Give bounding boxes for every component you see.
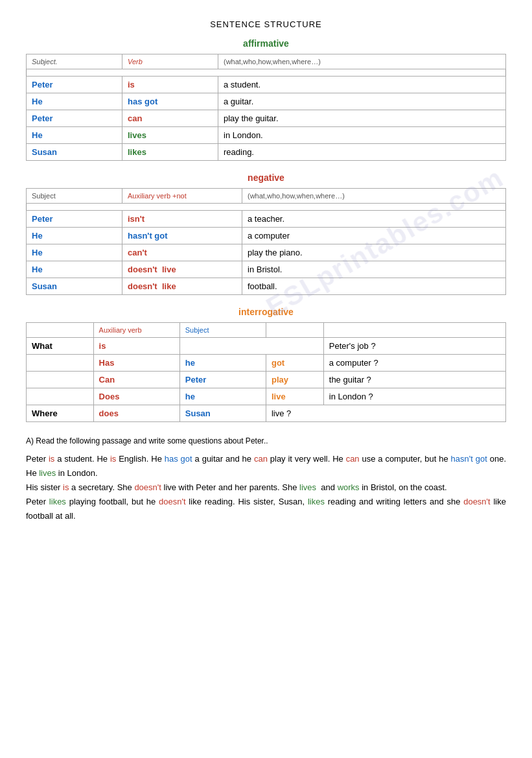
aff-row2-rest: a guitar.	[218, 93, 506, 110]
verb-is-3: is	[63, 482, 69, 492]
int-row2-wh	[27, 355, 94, 372]
aff-header-subject: Subject.	[27, 54, 122, 69]
affirmative-title: affirmative	[26, 38, 506, 49]
neg-row4-subject: He	[27, 261, 122, 278]
interrogative-title: interrogative	[26, 307, 506, 317]
verb-hasntgot-1: hasn't got	[451, 454, 487, 464]
int-row3-rest: the guitar ?	[323, 372, 505, 388]
table-row: Peter isn't a teacher.	[27, 211, 506, 228]
table-row: What is Peter's job ?	[27, 338, 506, 355]
aff-header-verb: Verb	[122, 54, 218, 69]
neg-row5-rest: football.	[242, 278, 506, 295]
table-row: He hasn't got a computer	[27, 228, 506, 244]
int-row4-verb2: live	[266, 388, 323, 405]
int-row1-aux: is	[93, 338, 179, 355]
table-row: He has got a guitar.	[27, 93, 506, 110]
int-row3-aux: Can	[93, 372, 179, 388]
table-row: Where does Susan live ?	[27, 405, 506, 422]
neg-header-subject: Subject	[27, 189, 122, 204]
table-row: Susan doesn't like football.	[27, 278, 506, 295]
passage-text: Peter is a student. He is English. He ha…	[26, 452, 506, 523]
exercise-instruction: A) Read the following passage and write …	[26, 436, 506, 445]
negative-table: Subject Auxiliary verb +not (what,who,ho…	[26, 188, 506, 295]
aff-row1-rest: a student.	[218, 77, 506, 93]
neg-row3-verb: can't	[122, 244, 242, 261]
exercise-section: A) Read the following passage and write …	[26, 436, 506, 523]
aff-row3-subject: Peter	[27, 110, 122, 127]
neg-row3-subject: He	[27, 244, 122, 261]
verb-doesnt-2: doesn't	[159, 497, 186, 506]
table-row: He doesn't live in Bristol.	[27, 261, 506, 278]
int-row4-subject: he	[179, 388, 266, 405]
verb-can-2: can	[346, 454, 360, 464]
int-row1-rest: Peter's job ?	[323, 338, 505, 355]
table-row: He lives in London.	[27, 127, 506, 144]
verb-is-1: is	[49, 454, 54, 464]
aff-row4-verb: lives	[122, 127, 218, 144]
int-row3-subject: Peter	[179, 372, 266, 388]
int-row2-aux: Has	[93, 355, 179, 372]
int-header-aux: Auxiliary verb	[93, 323, 179, 338]
aff-row1-verb: is	[122, 77, 218, 93]
aff-row2-verb: has got	[122, 93, 218, 110]
verb-works-1: works	[338, 482, 360, 492]
table-row: Peter is a student.	[27, 77, 506, 93]
int-row3-verb2: play	[266, 372, 323, 388]
interrogative-table: Auxiliary verb Subject What is Peter's j…	[26, 322, 506, 422]
aff-row4-rest: in London.	[218, 127, 506, 144]
neg-row4-rest: in Bristol.	[242, 261, 506, 278]
int-row3-wh	[27, 372, 94, 388]
int-row1-wh: What	[27, 338, 94, 355]
aff-header-rest: (what,who,how,when,where…)	[218, 54, 506, 69]
table-row: Has he got a computer ?	[27, 355, 506, 372]
neg-header-aux: Auxiliary verb +not	[122, 189, 242, 204]
neg-row3-rest: play the piano.	[242, 244, 506, 261]
neg-row1-subject: Peter	[27, 211, 122, 228]
int-row5-aux: does	[93, 405, 179, 422]
neg-row1-verb: isn't	[122, 211, 242, 228]
int-header-rest	[323, 323, 505, 338]
int-row5-subject: Susan	[179, 405, 266, 422]
int-row5-verb2: live ?	[266, 405, 505, 422]
int-row2-verb2: got	[266, 355, 323, 372]
verb-lives-1: lives	[39, 468, 56, 478]
int-row4-aux: Does	[93, 388, 179, 405]
table-row: Can Peter play the guitar ?	[27, 372, 506, 388]
verb-likes-1: likes	[49, 497, 66, 506]
aff-row5-rest: reading.	[218, 144, 506, 161]
verb-is-2: is	[110, 454, 116, 464]
aff-row5-verb: likes	[122, 144, 218, 161]
int-row2-subject: he	[179, 355, 266, 372]
negative-title: negative	[26, 172, 506, 183]
int-row5-wh: Where	[27, 405, 94, 422]
int-header-wh	[27, 323, 94, 338]
aff-row3-rest: play the guitar.	[218, 110, 506, 127]
table-row: Peter can play the guitar.	[27, 110, 506, 127]
int-row4-rest: in London ?	[323, 388, 505, 405]
table-row: Does he live in London ?	[27, 388, 506, 405]
table-row: He can't play the piano.	[27, 244, 506, 261]
aff-row4-subject: He	[27, 127, 122, 144]
verb-doesnt-3: doesn't	[463, 497, 491, 506]
neg-row2-rest: a computer	[242, 228, 506, 244]
int-row1-subject	[179, 338, 323, 355]
neg-row1-rest: a teacher.	[242, 211, 506, 228]
aff-row5-subject: Susan	[27, 144, 122, 161]
neg-row5-verb: doesn't like	[122, 278, 242, 295]
int-header-verb2	[266, 323, 323, 338]
table-row: Susan likes reading.	[27, 144, 506, 161]
affirmative-table: Subject. Verb (what,who,how,when,where…)…	[26, 54, 506, 161]
verb-hasgot-1: has got	[165, 454, 192, 464]
neg-row2-verb: hasn't got	[122, 228, 242, 244]
int-row4-wh	[27, 388, 94, 405]
verb-lives-2: lives	[299, 482, 316, 492]
neg-row2-subject: He	[27, 228, 122, 244]
int-row2-rest: a computer ?	[323, 355, 505, 372]
aff-row1-subject: Peter	[27, 77, 122, 93]
neg-row4-verb: doesn't live	[122, 261, 242, 278]
page-title: SENTENCE STRUCTURE	[26, 19, 506, 29]
neg-header-rest: (what,who,how,when,where…)	[242, 189, 506, 204]
aff-row2-subject: He	[27, 93, 122, 110]
neg-row5-subject: Susan	[27, 278, 122, 295]
verb-doesnt-1: doesn't	[134, 482, 161, 492]
